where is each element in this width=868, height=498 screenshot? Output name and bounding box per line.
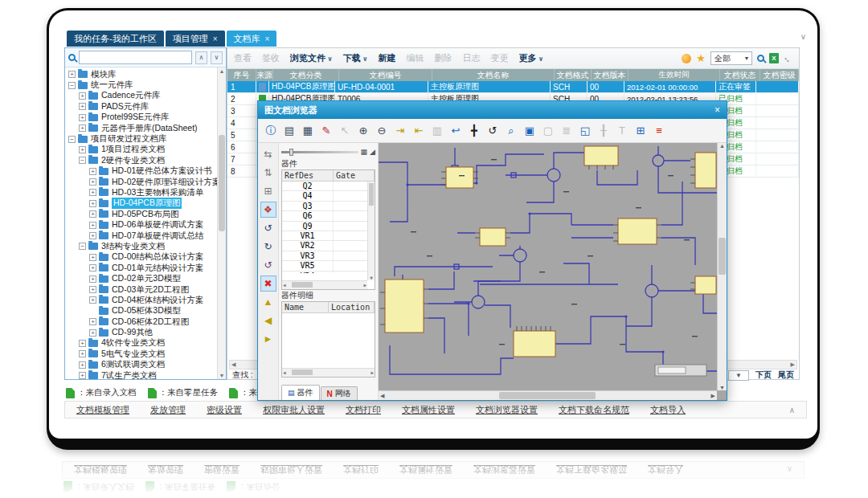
- undo-icon[interactable]: ↩: [448, 123, 464, 139]
- expander-icon[interactable]: +: [79, 372, 86, 379]
- tree-search-input[interactable]: [79, 51, 192, 64]
- browse-file-button[interactable]: 浏览文件: [290, 52, 333, 64]
- column-header[interactable]: 文档格式: [555, 69, 592, 81]
- tree-item[interactable]: + HD-01硬件总体方案设计书: [65, 166, 226, 177]
- receive-button[interactable]: 签收: [262, 52, 280, 64]
- tab-my-tasks[interactable]: 我的任务-我的工作区 ×: [67, 31, 164, 47]
- expander-icon[interactable]: +: [89, 276, 96, 283]
- tree-item[interactable]: − 2硬件专业类文档: [65, 155, 226, 165]
- tree-item[interactable]: + 6测试联调类文档: [65, 360, 226, 370]
- fit-width-icon[interactable]: ⇥: [392, 123, 408, 139]
- info-icon[interactable]: ⓘ: [263, 123, 279, 139]
- scroll-right-icon[interactable]: ▶: [711, 391, 715, 400]
- expander-icon[interactable]: +: [79, 92, 86, 100]
- tree-item[interactable]: + 5电气专业类文档: [65, 349, 226, 359]
- scroll-left-icon[interactable]: ◀: [380, 391, 384, 400]
- snapshot-icon[interactable]: ▢: [540, 123, 556, 139]
- text-markup-icon[interactable]: T: [614, 123, 630, 139]
- layers-icon[interactable]: ≣: [559, 123, 575, 139]
- tree-item[interactable]: − 统一元件库: [65, 80, 226, 90]
- edit-button[interactable]: 编辑: [406, 52, 424, 64]
- tree-item[interactable]: + 模块库: [65, 69, 226, 80]
- scrollbar-thumb[interactable]: [292, 282, 313, 288]
- canvas-horizontal-scrollbar[interactable]: ◀ ▶: [379, 390, 717, 400]
- tree-item[interactable]: + HD-03主要物料采购清单: [65, 187, 226, 198]
- column-header[interactable]: 文档密级: [760, 69, 799, 81]
- scroll-left-icon[interactable]: ◀: [283, 281, 286, 289]
- tree-item[interactable]: + HD-02硬件原理详细设计方案: [65, 177, 226, 187]
- tree-item[interactable]: − 3结构专业类文档: [65, 241, 226, 251]
- warning-icon[interactable]: ▲: [260, 294, 276, 310]
- mirror-vertical-icon[interactable]: ⇅: [260, 165, 276, 181]
- zoom-window-icon[interactable]: ⌕: [503, 123, 519, 139]
- tree-item[interactable]: + HD-06单板硬件调试方案: [65, 219, 226, 230]
- refresh-icon[interactable]: [682, 54, 691, 63]
- close-dialog-icon[interactable]: ×: [714, 104, 720, 116]
- column-header[interactable]: 文档状态: [720, 69, 760, 81]
- tree-scrollbar[interactable]: ▲ ▼: [217, 67, 226, 379]
- tree-item[interactable]: + CD-06柜体2D工程图: [65, 316, 226, 327]
- select-arrow-icon[interactable]: ↖: [337, 123, 353, 139]
- rotate-270-icon[interactable]: ↺: [260, 257, 276, 273]
- column-header[interactable]: 文档编号: [339, 69, 432, 81]
- last-page-link[interactable]: 尾页: [778, 369, 794, 381]
- refdes-row[interactable]: VR3: [282, 251, 375, 261]
- tab-nets[interactable]: N 网络: [321, 386, 358, 400]
- tree-item[interactable]: + CD-03单元2D工程图: [65, 284, 226, 295]
- column-header[interactable]: 文档版本: [592, 69, 628, 81]
- expander-icon[interactable]: +: [79, 124, 86, 132]
- expander-icon[interactable]: +: [89, 189, 96, 196]
- expander-icon[interactable]: −: [68, 82, 76, 89]
- close-tab-icon[interactable]: ×: [265, 35, 270, 43]
- expander-icon[interactable]: +: [89, 200, 96, 207]
- search-prev-button[interactable]: ∧: [195, 51, 207, 64]
- slider-handle[interactable]: [289, 149, 293, 156]
- footer-link[interactable]: 权限审批人设置: [263, 404, 325, 416]
- rotate-view-icon[interactable]: ↺: [485, 123, 501, 139]
- next-view-icon[interactable]: ►: [260, 331, 276, 347]
- open-document-icon[interactable]: ▤: [281, 123, 297, 139]
- scroll-up-icon[interactable]: ▲: [218, 68, 226, 74]
- expander-icon[interactable]: +: [89, 329, 96, 337]
- footer-link[interactable]: 文档属性设置: [402, 404, 455, 416]
- grid-icon[interactable]: ⊞: [633, 123, 649, 139]
- column-header[interactable]: 文档名称: [432, 69, 555, 81]
- prev-view-icon[interactable]: ◀: [260, 312, 276, 329]
- highlight-component-icon[interactable]: ❖: [260, 202, 276, 218]
- scroll-down-icon[interactable]: ▼: [218, 373, 226, 378]
- scroll-left-icon[interactable]: ◀: [231, 361, 235, 369]
- scroll-up-icon[interactable]: ▲: [718, 143, 727, 149]
- footer-link[interactable]: 文档下载命名规范: [559, 404, 629, 416]
- expander-icon[interactable]: −: [79, 243, 86, 250]
- rotate-90-icon[interactable]: ↺: [260, 220, 276, 236]
- expander-icon[interactable]: +: [68, 71, 76, 78]
- mirror-horizontal-icon[interactable]: ⇆: [260, 146, 276, 162]
- expander-icon[interactable]: +: [79, 146, 86, 153]
- tree-item[interactable]: + HD-07单板硬件调试总结: [65, 231, 226, 241]
- column-header[interactable]: 生效时间: [628, 69, 720, 81]
- page-select[interactable]: ▼: [728, 370, 749, 381]
- tree-item[interactable]: + CD-00结构总体设计方案: [65, 252, 226, 263]
- scrollbar-thumb[interactable]: [292, 369, 313, 375]
- expander-icon[interactable]: +: [89, 232, 96, 239]
- refdes-vertical-scrollbar[interactable]: ▲ ▼: [367, 182, 375, 280]
- scroll-right-icon[interactable]: ▶: [371, 369, 374, 377]
- expander-icon[interactable]: +: [89, 286, 96, 293]
- zoom-out-icon[interactable]: ⊖: [374, 123, 390, 139]
- footer-link[interactable]: 文档模板管理: [76, 404, 129, 416]
- favorite-star-icon[interactable]: ★: [696, 54, 706, 63]
- search-next-button[interactable]: ∨: [211, 51, 223, 64]
- expander-icon[interactable]: −: [79, 157, 86, 164]
- footer-link[interactable]: 文档浏览器设置: [476, 404, 538, 416]
- tab-document-library[interactable]: 文档库 ×: [227, 31, 277, 47]
- refdes-row[interactable]: VR4: [282, 271, 375, 273]
- scrollbar-thumb[interactable]: [369, 183, 374, 206]
- 3d-view-icon[interactable]: ◱: [577, 123, 593, 139]
- details-horizontal-scrollbar[interactable]: ◀ ▶: [282, 368, 375, 377]
- refdes-row[interactable]: VR5: [282, 261, 375, 271]
- tree-item[interactable]: + 1项目过程类文档: [65, 145, 226, 155]
- opacity-slider[interactable]: [281, 151, 358, 153]
- tree-item[interactable]: + 4软件专业类文档: [65, 338, 226, 349]
- scrollbar-thumb[interactable]: [219, 135, 225, 231]
- rotate-180-icon[interactable]: ↻: [260, 239, 276, 255]
